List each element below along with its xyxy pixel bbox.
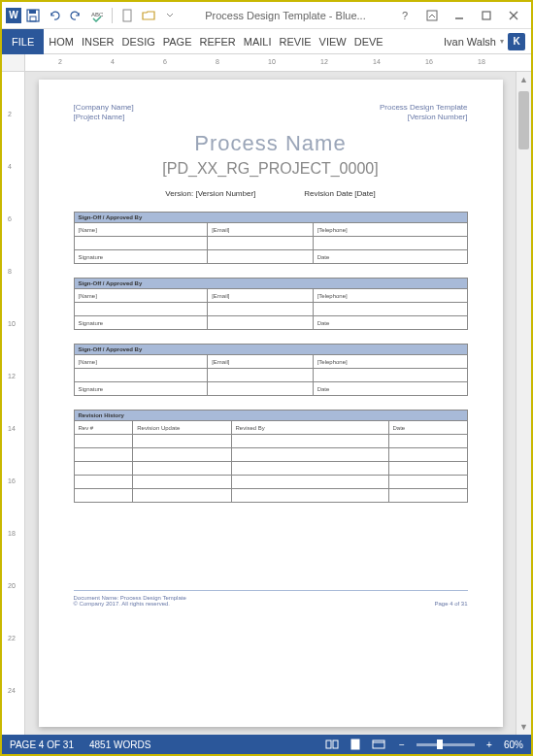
zoom-slider[interactable] — [416, 743, 475, 746]
tab-developer[interactable]: DEVE — [351, 29, 386, 54]
table-cell: [Email] — [208, 223, 314, 237]
revision-history-table: Revision History Rev # Revision Update R… — [74, 410, 468, 503]
zoom-percent[interactable]: 60% — [504, 740, 523, 750]
table-cell: Signature — [74, 316, 208, 330]
vruler-tick: 22 — [8, 635, 16, 641]
page-viewport[interactable]: [Company Name] [Project Name] Process De… — [25, 72, 516, 735]
redo-icon[interactable] — [66, 6, 85, 25]
status-words[interactable]: 4851 WORDS — [89, 740, 150, 750]
table-header: Sign-Off / Approved By — [74, 279, 467, 289]
save-icon[interactable] — [23, 6, 43, 25]
tab-home[interactable]: HOM — [46, 29, 77, 54]
svg-text:ABC: ABC — [91, 12, 104, 17]
table-cell: [Email] — [208, 355, 314, 369]
table-cell — [208, 303, 314, 316]
table-cell — [208, 316, 314, 330]
ruler-tick: 12 — [320, 58, 328, 65]
scroll-down-icon[interactable]: ▼ — [516, 719, 531, 735]
table-header: Revision History — [74, 411, 467, 421]
vruler-tick: 6 — [8, 215, 12, 222]
vruler-tick: 14 — [8, 425, 16, 432]
undo-icon[interactable] — [45, 6, 64, 25]
document-page[interactable]: [Company Name] [Project Name] Process De… — [39, 80, 503, 727]
tab-design[interactable]: DESIG — [119, 29, 158, 54]
minimize-icon[interactable] — [446, 5, 473, 26]
ruler-tick: 8 — [216, 58, 219, 65]
vruler-tick: 4 — [8, 163, 12, 170]
user-name: Ivan Walsh — [444, 36, 496, 48]
ruler-tick: 16 — [425, 58, 433, 65]
tab-mailings[interactable]: MAILI — [241, 29, 275, 54]
vruler-tick: 18 — [8, 530, 16, 537]
read-mode-icon[interactable] — [323, 738, 341, 751]
zoom-in-icon[interactable]: + — [481, 738, 498, 751]
footer-page: Page 4 of 31 — [434, 601, 467, 607]
status-page[interactable]: PAGE 4 OF 31 — [10, 740, 74, 750]
meta-revdate: Revision Date [Date] — [304, 189, 375, 198]
table-cell — [313, 369, 467, 382]
header-version: [Version Number] — [380, 113, 468, 121]
table-cell — [133, 448, 231, 462]
ruler-tick: 14 — [373, 58, 381, 65]
vruler-tick: 2 — [8, 111, 12, 117]
scroll-thumb[interactable] — [518, 91, 529, 149]
tab-insert[interactable]: INSER — [79, 29, 117, 54]
table-cell: Date — [388, 421, 467, 435]
table-cell — [208, 369, 314, 382]
spelling-icon[interactable]: ABC — [87, 6, 107, 25]
web-layout-icon[interactable] — [370, 738, 387, 751]
footer-copyright: © Company 2017. All rights reserved. — [74, 601, 170, 607]
meta-version: Version: [Version Number] — [165, 189, 255, 198]
vruler-tick: 12 — [8, 373, 16, 379]
svg-rect-10 — [326, 740, 331, 748]
table-cell: Date — [313, 316, 467, 330]
print-layout-icon[interactable] — [347, 738, 364, 751]
zoom-slider-thumb[interactable] — [437, 740, 443, 749]
header-company: [Company Name] — [74, 103, 134, 112]
new-icon[interactable] — [117, 6, 137, 25]
vertical-scrollbar[interactable]: ▲ ▼ — [516, 72, 531, 735]
table-cell — [74, 448, 133, 462]
tab-view[interactable]: VIEW — [316, 29, 350, 54]
page-footer: Document Name: Process Design Template ©… — [74, 590, 468, 607]
table-cell — [231, 476, 388, 489]
vruler-tick: 16 — [8, 477, 16, 484]
qat-dropdown-icon[interactable] — [160, 6, 180, 25]
horizontal-ruler[interactable]: 2 4 6 8 10 12 14 16 18 — [25, 54, 531, 71]
table-cell — [74, 476, 133, 489]
svg-rect-13 — [373, 740, 384, 748]
tab-page-layout[interactable]: PAGE — [160, 29, 195, 54]
table-cell — [388, 462, 467, 476]
vruler-tick: 8 — [8, 268, 12, 275]
table-cell — [388, 476, 467, 489]
table-cell: [Name] — [74, 223, 208, 237]
table-cell — [208, 382, 314, 396]
table-cell: Revision Update — [133, 421, 231, 435]
app-icon: W — [6, 8, 21, 23]
zoom-out-icon[interactable]: − — [393, 738, 411, 751]
table-cell — [133, 489, 231, 503]
table-cell: [Telephone] — [313, 223, 467, 237]
table-cell — [74, 435, 133, 448]
table-cell — [231, 435, 388, 448]
vertical-ruler[interactable]: 2 4 6 8 10 12 14 16 18 20 22 24 — [2, 72, 25, 735]
file-tab[interactable]: FILE — [2, 29, 44, 54]
maximize-icon[interactable] — [473, 5, 500, 26]
header-template: Process Design Template — [380, 103, 468, 112]
table-cell: Date — [313, 382, 467, 396]
user-area[interactable]: Ivan Walsh ▾ K — [444, 33, 531, 50]
help-icon[interactable]: ? — [391, 5, 418, 26]
svg-rect-4 — [123, 10, 131, 21]
table-cell: [Name] — [74, 355, 208, 369]
ruler-tick: 2 — [58, 58, 62, 65]
tab-references[interactable]: REFER — [197, 29, 239, 54]
close-icon[interactable] — [500, 5, 527, 26]
tab-review[interactable]: REVIE — [277, 29, 315, 54]
ribbon-options-icon[interactable] — [418, 5, 446, 26]
table-cell: [Telephone] — [313, 355, 467, 369]
svg-rect-12 — [351, 740, 359, 749]
scroll-up-icon[interactable]: ▲ — [516, 72, 531, 87]
open-icon[interactable] — [139, 6, 158, 25]
table-cell: Rev # — [74, 421, 133, 435]
signoff-table-1: Sign-Off / Approved By [Name][Email][Tel… — [74, 212, 468, 264]
